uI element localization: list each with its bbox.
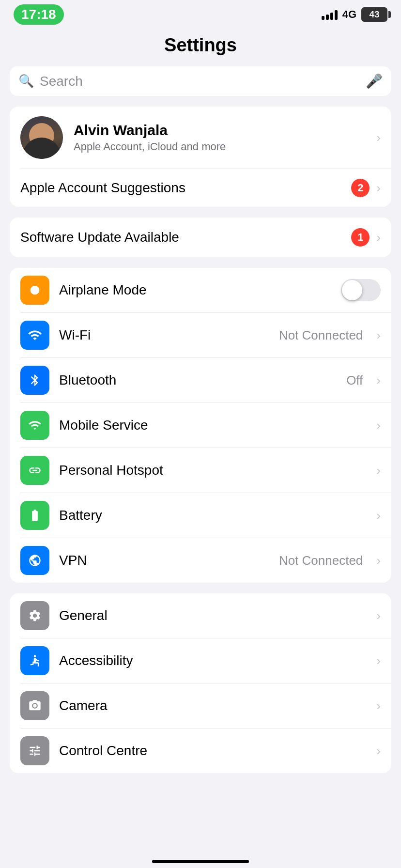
- signal-bar-3: [330, 13, 333, 20]
- settings-item-camera[interactable]: Camera›: [10, 683, 391, 728]
- general-chevron-icon: ›: [376, 608, 381, 623]
- mobile-service-chevron-icon: ›: [376, 418, 381, 433]
- wifi-label: Wi-Fi: [59, 327, 269, 343]
- signal-bar-2: [326, 15, 329, 20]
- wifi-value: Not Connected: [279, 328, 363, 343]
- bluetooth-chevron-icon: ›: [376, 373, 381, 388]
- personal-hotspot-icon: [20, 456, 49, 485]
- settings-item-wifi[interactable]: Wi-FiNot Connected›: [10, 313, 391, 357]
- vpn-label: VPN: [59, 553, 269, 568]
- profile-chevron-icon: ›: [376, 130, 381, 145]
- control-centre-icon: [20, 736, 49, 765]
- settings-item-control-centre[interactable]: Control Centre›: [10, 728, 391, 773]
- bluetooth-label: Bluetooth: [59, 372, 337, 388]
- suggestions-chevron-icon: ›: [376, 181, 381, 196]
- battery-indicator: 43: [361, 7, 387, 22]
- settings-item-airplane-mode[interactable]: Airplane Mode: [10, 268, 391, 312]
- avatar-image: [20, 116, 63, 159]
- settings-item-general[interactable]: General›: [10, 593, 391, 638]
- software-update-card[interactable]: Software Update Available 1 ›: [10, 217, 391, 257]
- profile-card: Alvin Wanjala Apple Account, iCloud and …: [10, 107, 391, 207]
- profile-subtitle: Apple Account, iCloud and more: [74, 140, 366, 153]
- status-bar: 17:18 4G 43: [0, 0, 401, 26]
- connectivity-settings-card: Airplane ModeWi-FiNot Connected›Bluetoot…: [10, 268, 391, 583]
- camera-label: Camera: [59, 698, 367, 713]
- update-chevron-icon: ›: [376, 230, 381, 245]
- update-badge: 1: [351, 228, 370, 247]
- settings-item-battery[interactable]: Battery›: [10, 493, 391, 538]
- signal-bar-4: [335, 10, 338, 20]
- signal-bars-icon: [322, 9, 338, 20]
- search-bar[interactable]: 🔍 Search 🎤: [10, 66, 391, 96]
- home-indicator: [0, 853, 401, 868]
- svg-point-0: [31, 286, 40, 295]
- profile-name: Alvin Wanjala: [74, 122, 366, 139]
- personal-hotspot-chevron-icon: ›: [376, 463, 381, 478]
- settings-item-mobile-service[interactable]: Mobile Service›: [10, 403, 391, 448]
- control-centre-label: Control Centre: [59, 743, 367, 759]
- avatar-body: [22, 138, 61, 159]
- battery-chevron-icon: ›: [376, 508, 381, 523]
- accessibility-label: Accessibility: [59, 653, 367, 668]
- wifi-icon: [20, 321, 49, 350]
- suggestions-badge: 2: [351, 179, 370, 197]
- vpn-icon: [20, 546, 49, 575]
- bluetooth-icon: [20, 366, 49, 395]
- mobile-service-icon: [20, 411, 49, 440]
- network-type: 4G: [342, 8, 356, 21]
- status-right: 4G 43: [322, 7, 387, 22]
- mobile-service-label: Mobile Service: [59, 418, 367, 433]
- general-settings-card: General›Accessibility›Camera›Control Cen…: [10, 593, 391, 773]
- battery-label: Battery: [59, 508, 367, 523]
- profile-info: Alvin Wanjala Apple Account, iCloud and …: [74, 122, 366, 153]
- status-time: 17:18: [14, 4, 64, 25]
- accessibility-icon: [20, 646, 49, 675]
- avatar: [20, 116, 63, 159]
- search-icon: 🔍: [18, 74, 34, 89]
- camera-icon: [20, 691, 49, 720]
- camera-chevron-icon: ›: [376, 698, 381, 713]
- vpn-value: Not Connected: [279, 553, 363, 568]
- profile-row[interactable]: Alvin Wanjala Apple Account, iCloud and …: [10, 107, 391, 169]
- accessibility-chevron-icon: ›: [376, 653, 381, 668]
- home-bar: [152, 860, 249, 863]
- control-centre-chevron-icon: ›: [376, 744, 381, 759]
- software-update-label: Software Update Available: [20, 230, 344, 245]
- airplane-mode-toggle[interactable]: [341, 279, 381, 301]
- search-bar-container: 🔍 Search 🎤: [0, 66, 401, 107]
- apple-suggestions-row[interactable]: Apple Account Suggestions 2 ›: [10, 169, 391, 207]
- battery-icon: [20, 501, 49, 530]
- airplane-mode-icon: [20, 276, 49, 305]
- settings-item-bluetooth[interactable]: BluetoothOff›: [10, 358, 391, 403]
- microphone-icon[interactable]: 🎤: [366, 73, 383, 89]
- general-label: General: [59, 608, 367, 623]
- search-placeholder: Search: [40, 74, 360, 89]
- airplane-mode-label: Airplane Mode: [59, 282, 331, 298]
- page-title: Settings: [0, 26, 401, 66]
- settings-item-accessibility[interactable]: Accessibility›: [10, 638, 391, 683]
- signal-bar-1: [322, 16, 324, 20]
- vpn-chevron-icon: ›: [376, 553, 381, 568]
- settings-item-vpn[interactable]: VPNNot Connected›: [10, 538, 391, 583]
- svg-point-1: [34, 655, 36, 657]
- software-update-row[interactable]: Software Update Available 1 ›: [10, 217, 391, 257]
- personal-hotspot-label: Personal Hotspot: [59, 463, 367, 478]
- settings-item-personal-hotspot[interactable]: Personal Hotspot›: [10, 448, 391, 493]
- bluetooth-value: Off: [346, 373, 363, 388]
- apple-suggestions-label: Apple Account Suggestions: [20, 180, 344, 196]
- general-icon: [20, 601, 49, 630]
- wifi-chevron-icon: ›: [376, 328, 381, 343]
